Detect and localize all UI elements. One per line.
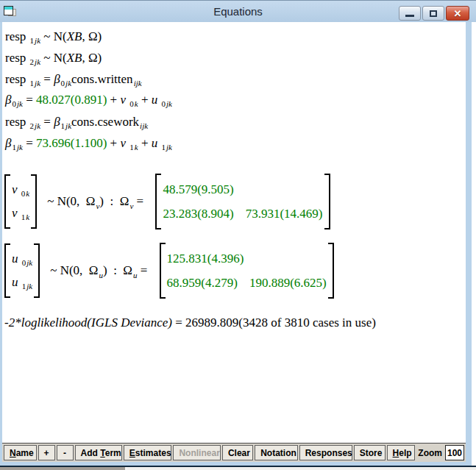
eq-token: v [120, 136, 129, 151]
eq-token: ~ N(0, Ω [50, 263, 98, 277]
equation-beta0: β0jk = 48.027(0.891) + v 0k + u 0jk [5, 91, 172, 109]
matrix-cell: 190.889(6.625) [249, 276, 327, 291]
background-window-left-block [0, 467, 125, 470]
eq-token: 1 [129, 143, 134, 152]
matrix-cell: 23.283(8.904) [163, 207, 233, 221]
caption-buttons: ✕ [399, 6, 469, 21]
minimize-button[interactable] [399, 6, 421, 21]
eq-token: jk [35, 57, 40, 66]
close-button[interactable]: ✕ [446, 6, 469, 21]
level3-random-effects-block: v 0k v 1k ~ N(0, Ωv) : Ωv = 48.579(9.505… [4, 174, 330, 229]
eq-token: 0 [22, 258, 26, 267]
window-body: resp 1jk ~ N(XB, Ω) resp 2jk ~ N(XB, Ω) … [0, 22, 472, 466]
eq-token: k [26, 213, 29, 221]
eq-token: 48.579(9.505) [163, 182, 233, 196]
eq-token: u [12, 275, 21, 290]
eq-token: β [54, 72, 60, 87]
eq-token: jk [35, 121, 40, 130]
eq-token: 0 [61, 79, 65, 88]
eq-token: β [5, 136, 11, 151]
eq-token: β [5, 93, 11, 107]
toolbar-button-store[interactable]: Store [354, 445, 386, 460]
eq-token: 0 [129, 99, 134, 108]
titlebar[interactable]: Equations ✕ [0, 0, 476, 22]
eq-token: u [12, 252, 21, 266]
eq-token: = [40, 115, 54, 129]
eq-token: v [96, 202, 99, 210]
eq-token: 1 [161, 143, 166, 152]
matrix-cell: 68.959(4.279) [167, 276, 238, 291]
eq-token: v [129, 202, 133, 210]
v-covariance-matrix: 48.579(9.505) 23.283(8.904) 73.931(14.46… [155, 174, 330, 229]
eq-token: v [12, 182, 21, 197]
zoom-button[interactable]: Zoom [416, 448, 444, 458]
restore-icon [430, 10, 437, 17]
eq-token: = [40, 72, 54, 87]
v-distribution-text: ~ N(0, Ωv) : Ωv = [47, 194, 146, 209]
toolbar-button-clear[interactable]: Clear [222, 445, 253, 460]
eq-token: = [133, 194, 146, 208]
eq-token: 0 [161, 99, 166, 108]
eq-token: k [26, 189, 29, 198]
eq-token: u [133, 271, 138, 279]
u-covariance-matrix: 125.831(4.396) 68.959(4.279) 190.889(6.6… [160, 243, 334, 299]
eq-token: 190.889(6.625) [249, 276, 327, 290]
eq-token: k [135, 99, 138, 108]
close-icon: ✕ [454, 9, 462, 18]
eq-token: + [107, 93, 120, 107]
eq-token: k [135, 143, 138, 152]
eq-token: jk [17, 143, 23, 152]
equations-content: resp 1jk ~ N(XB, Ω) resp 2jk ~ N(XB, Ω) … [2, 22, 466, 443]
eq-token: jk [26, 258, 32, 267]
eq-token: resp [5, 72, 29, 87]
u-vector-bracket: u 0jk u 1jk [4, 243, 40, 298]
eq-token: 125.831(4.396) [167, 252, 244, 266]
v-vector-row: v 1k [12, 202, 29, 225]
eq-token: jk [35, 79, 40, 88]
eq-token: β [54, 115, 60, 129]
eq-token: u [152, 136, 161, 151]
restore-button[interactable] [422, 6, 444, 21]
matrix-cell: 125.831(4.396) [167, 252, 244, 266]
window-inner: resp 1jk ~ N(XB, Ω) resp 2jk ~ N(XB, Ω) … [2, 22, 466, 462]
eq-token: jk [166, 99, 172, 108]
zoom-value-input[interactable] [445, 445, 464, 460]
toolbar-button-name[interactable]: Name [4, 445, 37, 460]
eq-token: 1 [12, 143, 16, 152]
toolbar-button-estimates[interactable]: Estimates [124, 445, 172, 460]
v-vector-bracket: v 0k v 1k [4, 174, 37, 229]
minimize-icon [405, 15, 414, 17]
eq-token: 0 [21, 189, 26, 198]
eq-token: 1 [30, 36, 35, 45]
equation-resp1-fixed-part: resp 1jk = β0jkcons.writtenijk [5, 71, 142, 88]
eq-token: 48.027(0.891) [36, 93, 107, 107]
toolbar-button-minus[interactable]: - [57, 445, 74, 460]
eq-token: jk [17, 99, 23, 108]
deviance-line: -2*loglikelihood(IGLS Deviance) = 26989.… [4, 313, 376, 332]
toolbar-button-add-term[interactable]: Add Term [75, 445, 122, 460]
eq-token: 73.931(14.469) [246, 207, 323, 221]
eq-token: resp [5, 115, 29, 129]
eq-token: ~ N( [40, 51, 67, 65]
eq-token: = [23, 93, 36, 107]
u-distribution-text: ~ N(0, Ωu) : Ωu = [50, 263, 150, 278]
eq-token: ) : Ω [99, 194, 129, 208]
toolbar-button-responses[interactable]: Responses [299, 445, 352, 460]
toolbar-button-help[interactable]: Help [387, 445, 416, 460]
eq-token: -2*loglikelihood(IGLS Deviance) [4, 316, 175, 330]
eq-token: XB [67, 29, 82, 44]
background-window-edge [0, 466, 476, 470]
eq-token: + [138, 136, 152, 151]
eq-token: 0 [12, 99, 16, 108]
equation-beta1: β1jk = 73.696(1.100) + v 1k + u 1jk [5, 135, 172, 152]
eq-token: 23.283(8.904) [163, 207, 233, 221]
toolbar-button-notation[interactable]: Notation [255, 445, 298, 460]
zoom-control: Zoom [416, 445, 464, 460]
eq-token: 1 [21, 213, 26, 221]
eq-token: , Ω) [82, 29, 102, 44]
eq-token: 1 [61, 121, 65, 130]
toolbar-button-plus[interactable]: + [38, 445, 55, 460]
level2-random-effects-block: u 0jk u 1jk ~ N(0, Ωu) : Ωu = 125.831(4.… [4, 243, 334, 299]
eq-token: + [138, 93, 152, 107]
eq-token: + [107, 136, 120, 151]
